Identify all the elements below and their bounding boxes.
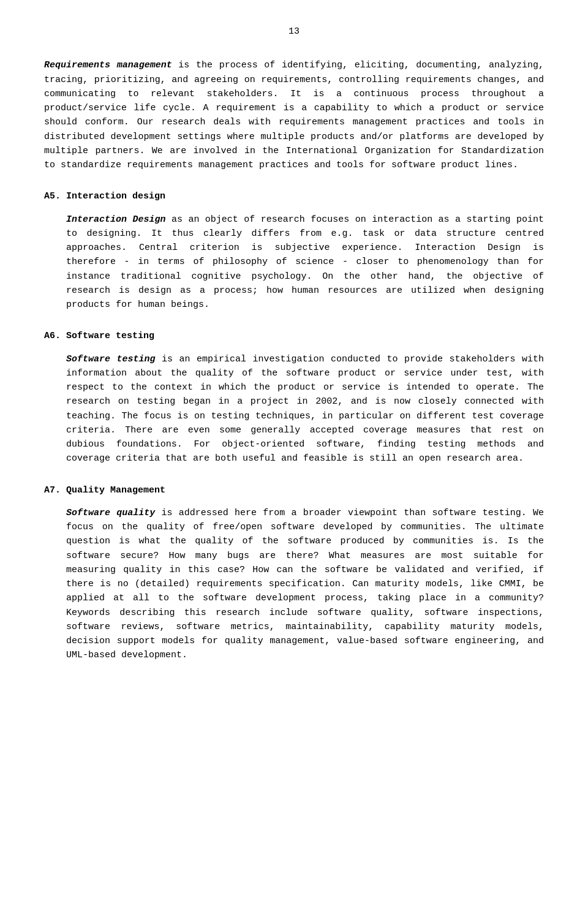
section-A6-heading: A6. Software testing — [44, 329, 544, 343]
section-A5-heading-label: Interaction design — [61, 191, 165, 202]
section-A6-body-text: is an empirical investigation conducted … — [66, 354, 544, 464]
section-A5: A5. Interaction design Interaction Desig… — [44, 189, 544, 312]
section-A6: A6. Software testing Software testing is… — [44, 329, 544, 466]
page-container: 13 Requirements management is the proces… — [0, 0, 588, 898]
section-A7-body-text: is addressed here from a broader viewpoi… — [66, 508, 544, 661]
section-A7: A7. Quality Management Software quality … — [44, 483, 544, 663]
page-number: 13 — [44, 25, 544, 39]
section-A7-heading-prefix: A7. — [44, 485, 61, 496]
section-A6-body: Software testing is an empirical investi… — [66, 352, 544, 466]
section-A6-heading-prefix: A6. — [44, 331, 61, 341]
section-A5-body: Interaction Design as an object of resea… — [66, 213, 544, 312]
section-A7-italic-bold: Software quality — [66, 508, 155, 518]
intro-italic-bold: Requirements management — [44, 60, 172, 70]
intro-paragraph: Requirements management is the process o… — [44, 58, 544, 172]
section-A5-italic-bold: Interaction Design — [66, 214, 165, 225]
section-A6-italic-bold: Software testing — [66, 354, 156, 364]
section-A7-heading-label: Quality Management — [61, 485, 165, 496]
intro-text: is the process of identifying, eliciting… — [44, 60, 544, 170]
section-A5-body-text: as an object of research focuses on inte… — [66, 214, 544, 311]
section-A6-heading-label: Software testing — [61, 331, 154, 341]
section-A5-heading-prefix: A5. — [44, 191, 61, 202]
section-A7-heading: A7. Quality Management — [44, 483, 544, 497]
section-A7-body: Software quality is addressed here from … — [66, 506, 544, 663]
section-A5-heading: A5. Interaction design — [44, 189, 544, 203]
